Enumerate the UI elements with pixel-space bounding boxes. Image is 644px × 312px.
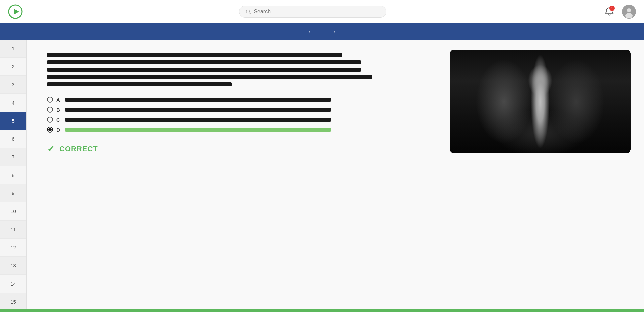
sidebar-item-2[interactable]: 2 [0,58,26,76]
sidebar-item-7[interactable]: 7 [0,148,26,166]
play-logo-icon[interactable] [8,4,23,19]
xray-image [450,50,631,153]
progress-bar [0,309,644,312]
correct-label: CORRECT [59,145,98,153]
question-panel: A B C D ✓ CORRECT [27,40,436,312]
question-text-line-4 [47,75,372,79]
search-icon [245,9,251,15]
user-icon [623,6,635,18]
check-icon: ✓ [47,143,55,154]
sidebar-item-4[interactable]: 4 [0,94,26,112]
header-left [8,4,23,19]
xray-panel [436,40,644,312]
question-text-line-1 [47,53,342,57]
result-row: ✓ CORRECT [47,143,416,154]
sidebar-item-3[interactable]: 3 [0,76,26,94]
notification-badge: 1 [609,6,615,11]
app-header: 1 [0,0,644,23]
option-bar-d [65,128,331,132]
forward-arrow-button[interactable]: → [330,28,337,36]
sidebar-item-11[interactable]: 11 [0,221,26,239]
option-bar-b [65,108,331,112]
back-arrow-button[interactable]: ← [307,28,314,36]
option-item-d[interactable]: D [47,127,416,133]
question-text-line-5 [47,82,232,86]
options-list: A B C D [47,97,416,133]
option-radio-b[interactable] [47,107,53,113]
option-radio-d[interactable] [47,127,53,133]
sidebar-item-5[interactable]: 5 [0,112,26,130]
question-text-line-2 [47,60,361,64]
option-label-a: A [56,97,62,103]
sidebar-item-8[interactable]: 8 [0,166,26,184]
xray-visualization [450,50,631,153]
notification-button[interactable]: 1 [602,5,616,18]
search-input[interactable] [254,9,380,15]
sidebar-item-15[interactable]: 15 [0,293,26,311]
option-bar-a [65,98,331,102]
option-bar-c [65,118,331,122]
option-label-c: C [56,117,62,123]
option-label-b: B [56,107,62,113]
search-bar[interactable] [239,6,386,18]
sidebar-item-6[interactable]: 6 [0,130,26,148]
option-item-b[interactable]: B [47,107,416,113]
question-text-line-3 [47,68,361,72]
sidebar-item-14[interactable]: 14 [0,275,26,293]
sidebar-item-10[interactable]: 10 [0,202,26,221]
question-text-block [47,53,416,86]
svg-point-5 [627,8,631,12]
sidebar-item-13[interactable]: 13 [0,257,26,275]
option-radio-c[interactable] [47,117,53,123]
main-content: 1 2 3 4 5 6 7 8 9 10 11 12 13 14 15 16 A [0,40,644,312]
option-label-d: D [56,127,62,133]
sidebar-item-9[interactable]: 9 [0,184,26,202]
navigation-bar: ← → [0,23,644,40]
avatar[interactable] [622,5,636,19]
question-sidebar: 1 2 3 4 5 6 7 8 9 10 11 12 13 14 15 16 [0,40,27,312]
sidebar-item-1[interactable]: 1 [0,40,26,58]
header-right: 1 [602,5,636,19]
sidebar-item-12[interactable]: 12 [0,239,26,257]
svg-line-3 [249,13,251,14]
option-radio-a[interactable] [47,97,53,103]
option-item-a[interactable]: A [47,97,416,103]
option-item-c[interactable]: C [47,117,416,123]
